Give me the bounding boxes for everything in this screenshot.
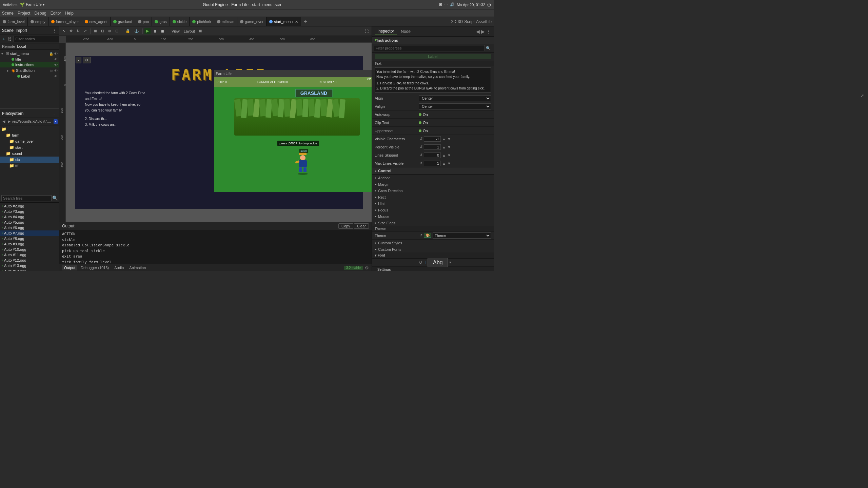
tab-poo[interactable]: poo	[135, 17, 152, 26]
tree-instructions[interactable]: instructions 👁	[0, 62, 59, 67]
filter-btn[interactable]: 🔍	[485, 46, 492, 51]
percent-vis-down[interactable]: ▼	[447, 145, 451, 149]
expand-margin[interactable]: ▸Margin	[372, 181, 494, 187]
network-icon[interactable]: ⋯	[444, 2, 448, 7]
2d-btn[interactable]: 2D	[451, 19, 456, 24]
autowrap-toggle[interactable]: On	[419, 113, 428, 117]
fs-start[interactable]: 📁 start	[0, 144, 59, 150]
lines-skipped-reset[interactable]: ↺	[419, 153, 422, 157]
expand-focus[interactable]: ▸Focus	[372, 207, 494, 213]
node-tab[interactable]: Node	[398, 28, 413, 35]
tab-sickle[interactable]: sickle	[170, 17, 190, 26]
tab-grasland[interactable]: grasland	[111, 17, 135, 26]
copy-btn[interactable]: Copy	[338, 223, 353, 229]
tab-farmer-player[interactable]: farmer_player	[48, 17, 82, 26]
fs-file-auto14[interactable]: ♪Auto #14.ogg	[0, 268, 59, 271]
assetlib-btn[interactable]: AssetLib	[476, 19, 492, 24]
tab-pitchfork[interactable]: pitchfork	[190, 17, 214, 26]
clear-btn[interactable]: Clear	[354, 223, 369, 229]
lines-skipped-up[interactable]: ▲	[442, 153, 446, 157]
percent-vis-input[interactable]	[424, 144, 441, 150]
tab-animation[interactable]: Animation	[127, 265, 148, 270]
font-reset-btn[interactable]: ↺	[419, 260, 422, 265]
3d-btn[interactable]: 3D	[458, 19, 463, 24]
pixel-snap-btn[interactable]: ⊡	[114, 28, 120, 34]
tab-audio[interactable]: Audio	[112, 265, 126, 270]
menu-editor[interactable]: Editor	[51, 11, 61, 16]
visible-chars-input[interactable]	[424, 136, 441, 142]
max-lines-up[interactable]: ▲	[442, 161, 446, 165]
tab-gras[interactable]: gras	[152, 17, 170, 26]
expand-hint[interactable]: ▸Hint	[372, 200, 494, 207]
select-tool-btn[interactable]: ↖	[61, 28, 67, 34]
scene-menu-btn[interactable]: ⋮	[52, 28, 57, 33]
sound-icon[interactable]: 🔊	[450, 2, 455, 7]
viewport-area[interactable]: -200 -100 0 100 200 300 400 500 600 -100…	[59, 36, 372, 222]
fs-file-auto8[interactable]: ♪Auto #8.ogg	[0, 236, 59, 241]
expand-anchor[interactable]: ▸Anchor	[372, 175, 494, 181]
rotate-tool-btn[interactable]: ↻	[75, 28, 81, 34]
activities-btn[interactable]: Activities	[3, 3, 17, 7]
fs-sfx[interactable]: 📁 sfx	[0, 157, 59, 163]
remote-btn[interactable]: Remote	[2, 44, 15, 48]
tab-empty[interactable]: empty	[28, 17, 48, 26]
filter-nodes-input[interactable]	[14, 36, 64, 42]
lock-btn[interactable]: 🔒	[124, 28, 132, 34]
fs-file-auto11[interactable]: ♪Auto #11.ogg	[0, 252, 59, 258]
ungroup-btn[interactable]: ⊟	[99, 28, 106, 34]
valign-select[interactable]: CenterTopBottom	[419, 103, 491, 109]
stop-btn[interactable]: ⏹	[159, 28, 166, 34]
uppercase-toggle[interactable]: On	[419, 129, 428, 133]
lines-skipped-down[interactable]: ▼	[447, 153, 451, 157]
add-tab-btn[interactable]: +	[301, 17, 310, 26]
percent-vis-up[interactable]: ▲	[442, 145, 446, 149]
align-select[interactable]: CenterLeftRight	[419, 95, 491, 101]
add-node-btn[interactable]: +	[1, 36, 6, 42]
expand-custom-styles[interactable]: ▸Custom Styles	[372, 240, 494, 246]
visible-chars-reset[interactable]: ↺	[419, 137, 422, 141]
fs-game-over[interactable]: 📁 game_over	[0, 138, 59, 144]
fs-search-btn[interactable]: 🔍	[52, 196, 58, 201]
percent-vis-reset[interactable]: ↺	[419, 145, 422, 149]
fs-back-btn[interactable]: ◀	[1, 119, 6, 124]
font-load-btn[interactable]: T	[424, 260, 426, 265]
output-settings-btn[interactable]: ⚙	[365, 265, 369, 270]
anchor-btn[interactable]: ⚓	[133, 28, 141, 34]
tab-debugger[interactable]: Debugger (1013)	[79, 265, 111, 270]
fs-file-auto12[interactable]: ♪Auto #12.ogg	[0, 258, 59, 263]
insp-forward-btn[interactable]: ▶	[481, 29, 485, 34]
fs-file-auto2[interactable]: ♪Auto #2.ogg	[0, 203, 59, 209]
tree-start-menu[interactable]: ▾ ⊞ start_menu 🔒 👁	[0, 50, 59, 57]
tab-milkcan[interactable]: milkcan	[214, 17, 237, 26]
fs-sound[interactable]: 📁 sound	[0, 150, 59, 157]
tab-cow-agent[interactable]: cow_agent	[82, 17, 111, 26]
fs-file-auto5[interactable]: ♪Auto #5.ogg	[0, 220, 59, 225]
group-tool-btn[interactable]: ⊞	[92, 28, 99, 34]
fs-dotdot[interactable]: 📁 ..	[0, 126, 59, 132]
scene-tab[interactable]: Scene	[2, 28, 14, 33]
max-lines-down[interactable]: ▼	[447, 161, 451, 165]
farm-life-btn[interactable]: 🌱 Farm Life ▾	[20, 2, 45, 7]
menu-debug[interactable]: Debug	[34, 11, 46, 16]
prop-filter-input[interactable]	[374, 45, 485, 51]
fs-menu-btn[interactable]: ⋮	[51, 110, 57, 116]
fs-file-auto7[interactable]: ♪Auto #7.ogg	[0, 230, 59, 236]
monitor-icon[interactable]: ⊞	[439, 2, 442, 7]
expand-sizeflags[interactable]: ▸Size Flags	[372, 220, 494, 226]
theme-btn[interactable]: 🎨	[424, 233, 431, 238]
fs-ttf[interactable]: 📁 ttf	[0, 163, 59, 169]
tab-start-menu[interactable]: start_menu ✕	[267, 17, 301, 26]
chain-btn[interactable]: ⛓	[7, 36, 13, 42]
move-tool-btn[interactable]: ✥	[68, 28, 74, 34]
script-btn[interactable]: Script	[464, 19, 475, 24]
expand-custom-fonts[interactable]: ▸Custom Fonts	[372, 246, 494, 252]
menu-scene[interactable]: Scene	[2, 11, 14, 16]
smart-snap-btn[interactable]: ⊕	[106, 28, 113, 34]
tab-farm-level[interactable]: farm_level	[0, 17, 28, 26]
expand-grow[interactable]: ▸Grow Direction	[372, 187, 494, 194]
settings-btn[interactable]: ⚙	[83, 57, 91, 63]
snap-btn2[interactable]: ⊞	[197, 28, 204, 34]
insp-more-btn[interactable]: ⋮	[486, 29, 491, 34]
insp-back-btn[interactable]: ◀	[476, 29, 480, 34]
canvas-area[interactable]: FARM LIFE You inherited the farm with 2 …	[66, 43, 372, 222]
